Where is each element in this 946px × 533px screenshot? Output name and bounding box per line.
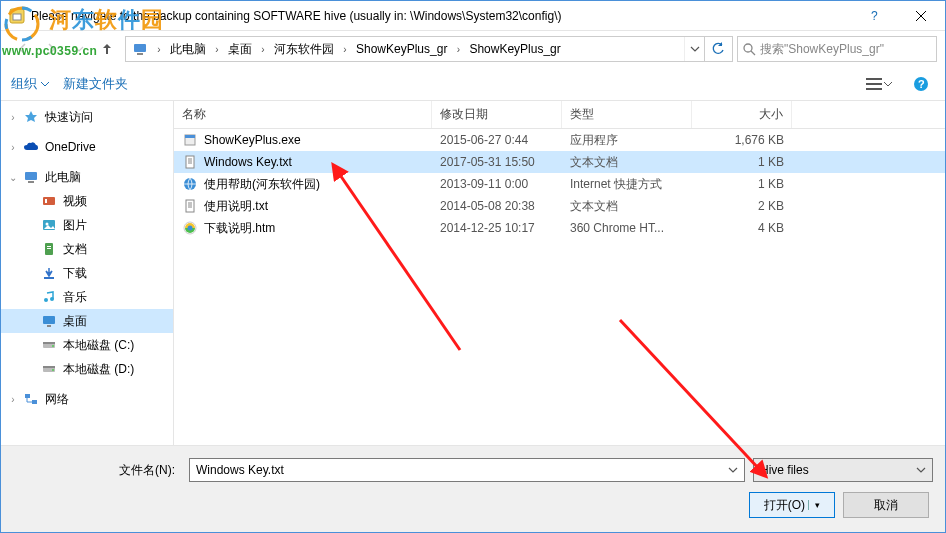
svg-rect-26 [43, 316, 55, 324]
table-row[interactable]: ShowKeyPlus.exe2015-06-27 0:44应用程序1,676 … [174, 129, 945, 151]
nav-row: › 此电脑 › 桌面 › 河东软件园 › ShowKeyPlus_gr › Sh… [1, 31, 945, 67]
column-type[interactable]: 类型 [562, 101, 692, 128]
sidebar-item[interactable]: 视频 [1, 189, 173, 213]
open-button[interactable]: 打开(O) ▾ [749, 492, 835, 518]
breadcrumb[interactable]: › 此电脑 › 桌面 › 河东软件园 › ShowKeyPlus_gr › Sh… [125, 36, 733, 62]
chevron-right-icon[interactable]: › [7, 141, 19, 153]
svg-rect-15 [28, 181, 34, 183]
chevron-right-icon[interactable]: › [7, 393, 19, 405]
music-icon [41, 289, 57, 305]
download-icon [41, 265, 57, 281]
breadcrumb-dropdown[interactable] [684, 37, 704, 61]
file-icon [182, 220, 198, 236]
svg-rect-23 [44, 277, 54, 279]
chevron-down-icon[interactable]: ⌄ [7, 171, 19, 183]
chevron-right-icon[interactable]: › [256, 44, 270, 55]
svg-rect-44 [186, 200, 194, 212]
file-type-filter[interactable]: Hive files [753, 458, 933, 482]
column-name[interactable]: 名称 [174, 101, 432, 128]
document-icon [41, 241, 57, 257]
pc-icon [23, 169, 39, 185]
table-row[interactable]: 使用帮助(河东软件园)2013-09-11 0:00Internet 快捷方式1… [174, 173, 945, 195]
file-icon [182, 198, 198, 214]
network-icon [23, 391, 39, 407]
file-rows: ShowKeyPlus.exe2015-06-27 0:44应用程序1,676 … [174, 129, 945, 445]
svg-rect-38 [186, 156, 194, 168]
chevron-right-icon[interactable]: › [210, 44, 224, 55]
filename-label: 文件名(N): [13, 462, 181, 479]
sidebar-item[interactable]: 音乐 [1, 285, 173, 309]
footer: 文件名(N): Windows Key.txt Hive files 打开(O)… [1, 445, 945, 532]
sidebar-network[interactable]: › 网络 [1, 387, 173, 411]
svg-point-24 [44, 298, 48, 302]
file-icon [182, 176, 198, 192]
breadcrumb-seg[interactable]: 桌面 [224, 37, 256, 61]
chevron-right-icon[interactable]: › [152, 44, 166, 55]
table-row[interactable]: 使用说明.txt2014-05-08 20:38文本文档2 KB [174, 195, 945, 217]
svg-point-7 [744, 44, 752, 52]
cloud-icon [23, 139, 39, 155]
search-placeholder: 搜索"ShowKeyPlus_gr" [760, 41, 932, 58]
new-folder-button[interactable]: 新建文件夹 [63, 75, 128, 93]
svg-line-8 [751, 51, 755, 55]
file-icon [182, 132, 198, 148]
cancel-button[interactable]: 取消 [843, 492, 929, 518]
svg-rect-35 [32, 400, 37, 404]
svg-rect-37 [185, 135, 195, 138]
svg-point-25 [50, 297, 54, 301]
video-icon [41, 193, 57, 209]
app-icon [9, 8, 25, 24]
svg-rect-21 [47, 246, 51, 247]
file-list-header: 名称 修改日期 类型 大小 [174, 101, 945, 129]
sidebar: › 快速访问 › OneDrive ⌄ 此电脑 视频图片文档下载音乐桌面 [1, 101, 174, 445]
svg-point-30 [52, 345, 54, 347]
svg-rect-16 [43, 197, 55, 205]
svg-rect-9 [866, 78, 882, 80]
sidebar-item[interactable]: 下载 [1, 261, 173, 285]
svg-rect-6 [137, 53, 143, 55]
svg-point-33 [52, 369, 54, 371]
view-mode-button[interactable] [865, 71, 893, 97]
refresh-button[interactable] [704, 37, 730, 61]
sidebar-item[interactable]: 文档 [1, 237, 173, 261]
breadcrumb-seg[interactable]: 河东软件园 [270, 37, 338, 61]
organize-button[interactable]: 组织 [11, 75, 49, 93]
sidebar-item[interactable]: 桌面 [1, 309, 173, 333]
sidebar-this-pc[interactable]: ⌄ 此电脑 [1, 165, 173, 189]
breadcrumb-root[interactable]: 此电脑 [166, 37, 210, 61]
sidebar-item[interactable]: 本地磁盘 (D:) [1, 357, 173, 381]
help-icon-button[interactable]: ? [907, 71, 935, 97]
nav-up-button[interactable] [93, 35, 121, 63]
table-row[interactable]: 下载说明.htm2014-12-25 10:17360 Chrome HT...… [174, 217, 945, 239]
breadcrumb-seg[interactable]: ShowKeyPlus_gr [352, 37, 451, 61]
window-title: Please navigate to the backup containing… [31, 9, 853, 23]
chevron-right-icon[interactable]: › [451, 44, 465, 55]
search-input[interactable]: 搜索"ShowKeyPlus_gr" [737, 36, 937, 62]
chevron-right-icon[interactable]: › [7, 111, 19, 123]
svg-rect-5 [134, 44, 146, 52]
help-button[interactable]: ? [853, 1, 898, 30]
desktop-icon [41, 313, 57, 329]
sidebar-quick-access[interactable]: › 快速访问 [1, 105, 173, 129]
nav-back-button[interactable] [9, 35, 37, 63]
filename-input[interactable]: Windows Key.txt [189, 458, 745, 482]
disk-icon [41, 337, 57, 353]
star-icon [23, 109, 39, 125]
column-size[interactable]: 大小 [692, 101, 792, 128]
nav-forward-button[interactable] [37, 35, 65, 63]
column-date[interactable]: 修改日期 [432, 101, 562, 128]
nav-recent-button[interactable] [65, 35, 93, 63]
sidebar-onedrive[interactable]: › OneDrive [1, 135, 173, 159]
chevron-right-icon[interactable]: › [338, 44, 352, 55]
toolbar: 组织 新建文件夹 ? [1, 67, 945, 101]
svg-rect-10 [866, 83, 882, 85]
breadcrumb-seg[interactable]: ShowKeyPlus_gr [465, 37, 564, 61]
pc-icon [130, 39, 150, 59]
svg-point-49 [188, 226, 193, 231]
svg-text:?: ? [918, 78, 925, 90]
disk-icon [41, 361, 57, 377]
sidebar-item[interactable]: 本地磁盘 (C:) [1, 333, 173, 357]
close-button[interactable] [898, 1, 943, 30]
table-row[interactable]: Windows Key.txt2017-05-31 15:50文本文档1 KB [174, 151, 945, 173]
sidebar-item[interactable]: 图片 [1, 213, 173, 237]
